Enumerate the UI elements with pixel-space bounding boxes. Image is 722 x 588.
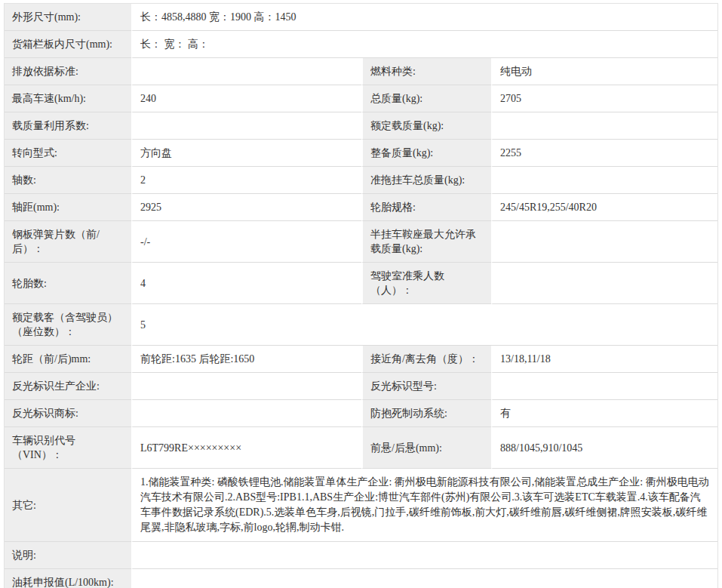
field-value: 方向盘	[131, 140, 361, 167]
field-value: 长： 宽： 高：	[131, 31, 717, 58]
table-row: 转向型式:方向盘整备质量(kg):2255	[5, 140, 717, 167]
field-label: 轮距（前/后)mm:	[5, 346, 131, 373]
field-value	[491, 263, 717, 304]
table-row: 车辆识别代号（VIN）：L6T799RE×××××××××前悬/后悬(mm):8…	[5, 427, 717, 469]
spec-table-body: 外形尺寸(mm):长：4858,4880 宽：1900 高：1450货箱栏板内尺…	[5, 4, 717, 588]
field-value	[491, 112, 717, 140]
field-label: 额定载质量(kg):	[361, 112, 491, 140]
table-row: 额定载客（含驾驶员）（座位数）：5	[5, 304, 717, 346]
vehicle-spec-page: 外形尺寸(mm):长：4858,4880 宽：1900 高：1450货箱栏板内尺…	[0, 0, 722, 588]
field-value	[131, 373, 361, 400]
field-value: 888/1045,910/1045	[491, 427, 717, 469]
field-label: 其它:	[5, 469, 131, 542]
table-row: 轮胎数:4驾驶室准乘人数（人）：	[5, 263, 717, 304]
field-value: 2	[131, 167, 361, 194]
field-value: 2255	[491, 140, 717, 167]
field-label: 防抱死制动系统:	[361, 400, 491, 427]
spec-table: 外形尺寸(mm):长：4858,4880 宽：1900 高：1450货箱栏板内尺…	[5, 4, 717, 588]
field-value: 2705	[491, 85, 717, 112]
field-label: 驾驶室准乘人数（人）：	[361, 263, 491, 304]
field-label: 接近角/离去角（度）：	[361, 346, 491, 373]
field-value	[491, 167, 717, 194]
field-label: 油耗申报值(L/100km):	[5, 569, 131, 588]
table-row: 轴数:2准拖挂车总质量(kg):	[5, 167, 717, 194]
field-label: 载质量利用系数:	[5, 112, 131, 140]
field-label: 反光标识商标:	[5, 400, 131, 427]
field-value: 13/18,11/18	[491, 346, 717, 373]
field-label: 最高车速(km/h):	[5, 85, 131, 112]
table-row: 钢板弹簧片数（前/后）：-/-半挂车鞍座最大允许承载质量(kg):	[5, 221, 717, 263]
field-value: 长：4858,4880 宽：1900 高：1450	[131, 4, 717, 31]
field-value	[131, 58, 361, 85]
table-row: 反光标识生产企业:反光标识型号:	[5, 373, 717, 400]
field-label: 轮胎规格:	[361, 194, 491, 221]
field-value: 5	[131, 304, 717, 346]
field-value: 240	[131, 85, 361, 112]
table-row: 说明:	[5, 542, 717, 569]
field-label: 排放依据标准:	[5, 58, 131, 85]
field-value	[131, 569, 717, 588]
table-row: 反光标识商标:防抱死制动系统:有	[5, 400, 717, 427]
field-label: 反光标识生产企业:	[5, 373, 131, 400]
field-value: 前轮距:1635 后轮距:1650	[131, 346, 361, 373]
field-value	[131, 542, 717, 569]
field-label: 前悬/后悬(mm):	[361, 427, 491, 469]
field-label: 额定载客（含驾驶员）（座位数）：	[5, 304, 131, 346]
field-label: 燃料种类:	[361, 58, 491, 85]
field-value: 1.储能装置种类: 磷酸铁锂电池.储能装置单体生产企业: 衢州极电新能源科技有限…	[131, 469, 717, 542]
field-label: 整备质量(kg):	[361, 140, 491, 167]
field-value	[491, 221, 717, 263]
table-row: 最高车速(km/h):240总质量(kg):2705	[5, 85, 717, 112]
field-label: 外形尺寸(mm):	[5, 4, 131, 31]
field-label: 货箱栏板内尺寸(mm):	[5, 31, 131, 58]
field-value	[131, 112, 361, 140]
field-label: 半挂车鞍座最大允许承载质量(kg):	[361, 221, 491, 263]
field-label: 轴距(mm):	[5, 194, 131, 221]
field-label: 钢板弹簧片数（前/后）：	[5, 221, 131, 263]
table-row: 其它:1.储能装置种类: 磷酸铁锂电池.储能装置单体生产企业: 衢州极电新能源科…	[5, 469, 717, 542]
field-label: 转向型式:	[5, 140, 131, 167]
field-value: 有	[491, 400, 717, 427]
field-label: 轴数:	[5, 167, 131, 194]
table-row: 载质量利用系数:额定载质量(kg):	[5, 112, 717, 140]
spec-table-container: 外形尺寸(mm):长：4858,4880 宽：1900 高：1450货箱栏板内尺…	[4, 3, 718, 588]
field-label: 反光标识型号:	[361, 373, 491, 400]
field-value: L6T799RE×××××××××	[131, 427, 361, 469]
field-label: 准拖挂车总质量(kg):	[361, 167, 491, 194]
table-row: 货箱栏板内尺寸(mm):长： 宽： 高：	[5, 31, 717, 58]
table-row: 轮距（前/后)mm:前轮距:1635 后轮距:1650接近角/离去角（度）：13…	[5, 346, 717, 373]
field-value: 4	[131, 263, 361, 304]
field-value: -/-	[131, 221, 361, 263]
field-label: 说明:	[5, 542, 131, 569]
table-row: 油耗申报值(L/100km):	[5, 569, 717, 588]
field-value: 2925	[131, 194, 361, 221]
table-row: 外形尺寸(mm):长：4858,4880 宽：1900 高：1450	[5, 4, 717, 31]
table-row: 排放依据标准:燃料种类:纯电动	[5, 58, 717, 85]
field-label: 总质量(kg):	[361, 85, 491, 112]
field-value	[131, 400, 361, 427]
field-label: 车辆识别代号（VIN）：	[5, 427, 131, 469]
table-row: 轴距(mm):2925轮胎规格:245/45R19,255/40R20	[5, 194, 717, 221]
field-label: 轮胎数:	[5, 263, 131, 304]
field-value: 245/45R19,255/40R20	[491, 194, 717, 221]
field-value	[491, 373, 717, 400]
field-value: 纯电动	[491, 58, 717, 85]
